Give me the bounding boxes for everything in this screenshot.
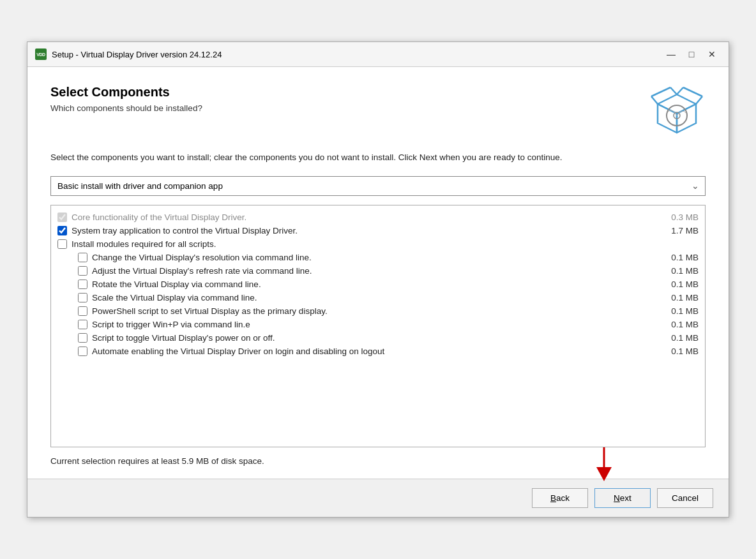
component-item-resolution: Change the Virtual Display's resolution …	[57, 251, 699, 264]
svg-line-3	[651, 96, 658, 104]
component-label-resolution: Change the Virtual Display's resolution …	[92, 253, 663, 262]
checkbox-scale[interactable]	[78, 293, 87, 302]
component-label-winp: Script to trigger Win+P via command lin.…	[92, 320, 663, 329]
back-label: Back	[550, 493, 570, 503]
component-label-core: Core functionality of the Virtual Displa…	[72, 212, 663, 222]
component-size-winp: 0.1 MB	[663, 320, 699, 329]
checkbox-core	[57, 212, 67, 222]
svg-marker-0	[658, 94, 696, 114]
component-size-core: 0.3 MB	[663, 212, 699, 222]
cancel-button[interactable]: Cancel	[657, 488, 713, 508]
component-size-toggle: 0.1 MB	[663, 333, 699, 343]
component-item-powershell: PowerShell script to set Virtual Display…	[57, 304, 699, 318]
checkbox-toggle[interactable]	[78, 333, 87, 343]
checkbox-refresh[interactable]	[78, 266, 87, 276]
checkbox-rotate[interactable]	[78, 280, 87, 289]
svg-line-7	[683, 87, 702, 96]
component-item-rotate: Rotate the Virtual Display via command l…	[57, 278, 699, 291]
component-item-automate: Automate enabling the Virtual Display Dr…	[57, 345, 699, 358]
checkbox-automate[interactable]	[78, 347, 87, 356]
arrow-indicator	[591, 444, 617, 484]
dropdown-container: Basic install with driver and companion …	[50, 176, 706, 196]
svg-line-4	[651, 87, 670, 96]
app-icon: VDD	[35, 48, 47, 60]
preset-dropdown[interactable]: Basic install with driver and companion …	[50, 176, 706, 196]
title-bar: VDD Setup - Virtual Display Driver versi…	[27, 42, 729, 67]
component-label-scale: Scale the Virtual Display via command li…	[92, 293, 663, 302]
back-button[interactable]: Back	[532, 488, 588, 508]
component-item-systray: System tray application to control the V…	[57, 224, 699, 237]
component-item-core: Core functionality of the Virtual Displa…	[57, 211, 699, 224]
setup-window: VDD Setup - Virtual Display Driver versi…	[27, 41, 729, 517]
page-title: Select Components	[50, 85, 202, 100]
component-item-winp: Script to trigger Win+P via command lin.…	[57, 318, 699, 331]
component-item-scale: Scale the Virtual Display via command li…	[57, 291, 699, 304]
component-label-refresh: Adjust the Virtual Display's refresh rat…	[92, 266, 663, 276]
checkbox-systray[interactable]	[57, 226, 67, 235]
component-label-systray: System tray application to control the V…	[72, 226, 663, 235]
cancel-label: Cancel	[672, 493, 699, 503]
component-size-scale: 0.1 MB	[663, 293, 699, 302]
checkbox-winp[interactable]	[78, 320, 87, 329]
components-list: Core functionality of the Virtual Displa…	[50, 205, 706, 447]
component-item-toggle: Script to toggle Virtual Display's power…	[57, 331, 699, 345]
component-label-rotate: Rotate the Virtual Display via command l…	[92, 280, 663, 289]
header-row: Select Components Which components shoul…	[50, 85, 706, 136]
component-label-automate: Automate enabling the Virtual Display Dr…	[92, 347, 663, 356]
minimize-button[interactable]: —	[662, 47, 680, 61]
window-title: Setup - Virtual Display Driver version 2…	[52, 50, 222, 59]
component-size-resolution: 0.1 MB	[663, 253, 699, 262]
component-item-modules: Install modules required for all scripts…	[57, 237, 699, 251]
component-size-powershell: 0.1 MB	[663, 306, 699, 316]
component-size-rotate: 0.1 MB	[663, 280, 699, 289]
next-button[interactable]: Next	[594, 488, 651, 508]
svg-marker-12	[596, 467, 612, 481]
component-label-modules: Install modules required for all scripts…	[72, 239, 699, 249]
close-button[interactable]: ✕	[703, 47, 721, 61]
title-bar-controls: — □ ✕	[662, 47, 721, 61]
component-size-systray: 1.7 MB	[663, 226, 699, 235]
header-text: Select Components Which components shoul…	[50, 85, 202, 113]
component-label-powershell: PowerShell script to set Virtual Display…	[92, 306, 663, 316]
maximize-button[interactable]: □	[683, 47, 700, 61]
footer: Back Next Cancel	[27, 479, 729, 517]
component-size-automate: 0.1 MB	[663, 347, 699, 356]
svg-line-5	[670, 87, 677, 94]
svg-line-6	[696, 96, 702, 104]
component-item-refresh: Adjust the Virtual Display's refresh rat…	[57, 264, 699, 278]
checkbox-modules[interactable]	[57, 239, 67, 249]
svg-line-8	[677, 87, 683, 94]
next-label: Next	[614, 493, 631, 503]
title-bar-left: VDD Setup - Virtual Display Driver versi…	[35, 48, 222, 60]
checkbox-powershell[interactable]	[78, 306, 87, 316]
component-size-refresh: 0.1 MB	[663, 266, 699, 276]
page-subtitle: Which components should be installed?	[50, 103, 202, 113]
description-text: Select the components you want to instal…	[50, 151, 706, 164]
package-icon	[648, 85, 706, 136]
main-content: Select Components Which components shoul…	[27, 67, 729, 478]
component-label-toggle: Script to toggle Virtual Display's power…	[92, 333, 663, 343]
checkbox-resolution[interactable]	[78, 253, 87, 262]
